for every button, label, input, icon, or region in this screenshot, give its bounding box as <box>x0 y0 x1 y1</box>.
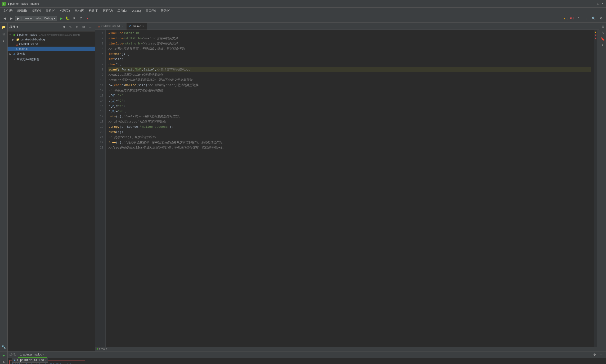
code-content[interactable]: #include <stdio.h> #include <stdlib.h>//… <box>106 30 594 347</box>
code-line-22: free(p);//我们申请的空间，使用完之后必须要释放申请的空间。否则初试会扣… <box>109 140 591 145</box>
tree-settings-button[interactable]: ⚙ <box>81 24 86 30</box>
panel-minimize-btn[interactable]: ─ <box>598 352 604 358</box>
run-output-tab-close[interactable]: ✕ <box>45 359 46 362</box>
run-config-selector[interactable]: ▶ 1_pointer_malloc | Debug ▾ <box>15 16 57 21</box>
title-text: 1-pointer-malloc - main.c <box>8 2 39 5</box>
bookmark-icon[interactable]: ★ <box>0 38 7 44</box>
menu-tools[interactable]: 工具(L) <box>115 8 129 14</box>
bottom-left-icon[interactable]: 🔧 <box>0 344 7 350</box>
right-icon-3[interactable]: 🔖 <box>600 36 606 42</box>
run-button[interactable]: ▶ <box>58 16 64 21</box>
stop-button[interactable]: ■ <box>85 16 90 21</box>
run-icon-small: ▶ <box>14 358 16 362</box>
search-everywhere-button[interactable]: 🔍 <box>591 16 596 21</box>
menu-navigate[interactable]: 导航(N) <box>43 8 58 14</box>
panel-content: 运行: 1_pointer_malloc ✕ ⚙ ─ ▶ 1_pointer_m… <box>8 351 606 364</box>
toolbar: ◀ ▶ ▶ 1_pointer_malloc | Debug ▾ ▶ 🐛 ⚑ ⏱… <box>0 14 606 23</box>
title-bar-left: C 1-pointer-malloc - main.c <box>2 2 39 6</box>
right-sidebar-icons: ⊞ ✎ 🔖 ★ <box>599 23 606 351</box>
cmake-tab-label: CMakeLists.txt <box>101 25 120 28</box>
tree-item-cmake-build[interactable]: ▶ 📁 cmake-build-debug <box>8 37 95 42</box>
toolbar-left: ◀ ▶ ▶ 1_pointer_malloc | Debug ▾ ▶ 🐛 ⚑ ⏱… <box>2 16 90 21</box>
code-editor[interactable]: 12345 678910 1112131415 1617181920 21222… <box>95 30 597 347</box>
warning-indicator[interactable]: ▲ 1 <box>563 17 568 20</box>
scratch-label: 草稿文件和控制台 <box>17 57 39 62</box>
right-gutter: ▲ ✖ ✖ <box>594 30 597 347</box>
expand-button[interactable]: ⌃ <box>576 16 581 21</box>
project-label: 项目 <box>10 25 15 29</box>
menu-view[interactable]: 视图(V) <box>29 8 43 14</box>
error-indicator[interactable]: ✖ 2 <box>570 17 574 20</box>
function-hint-label: f main <box>99 348 107 351</box>
tree-item-external[interactable]: ▶ ⊕ 外部库 <box>8 51 95 57</box>
cmake-tab-icon: △ <box>98 25 100 28</box>
right-icon-4[interactable]: ★ <box>600 42 606 48</box>
window-controls: ─ □ ✕ <box>592 2 604 5</box>
settings-button[interactable]: ⚙ <box>598 16 604 21</box>
code-line-17: puts(p);//gets和puts接口里所放的是指针类型。 <box>109 114 591 119</box>
menu-window[interactable]: 窗口(W) <box>143 8 158 14</box>
app-icon: C <box>2 2 6 6</box>
debug-button[interactable]: 🐛 <box>65 16 70 21</box>
cmake-tab-close[interactable]: ✕ <box>122 25 123 27</box>
menu-edit[interactable]: 编辑(E) <box>15 8 29 14</box>
maximize-button[interactable]: □ <box>596 2 600 5</box>
right-icon-2[interactable]: ✎ <box>600 30 606 36</box>
tree-close-button[interactable]: ─ <box>87 24 93 30</box>
panel-up-icon[interactable]: ▲ <box>1 359 7 364</box>
line-numbers: 12345 678910 1112131415 1617181920 21222… <box>95 30 106 347</box>
toolbar-right: ▲ 1 ✖ 2 ⌃ ⌄ 🔍 ⚙ <box>563 16 604 21</box>
panel-settings-btn[interactable]: ⚙ <box>592 352 597 358</box>
title-bar: C 1-pointer-malloc - main.c ─ □ ✕ <box>0 0 606 8</box>
gutter-error-1: ✖ <box>595 34 596 36</box>
minimize-button[interactable]: ─ <box>592 2 596 5</box>
back-button[interactable]: ◀ <box>2 16 8 21</box>
run-output-container: ▶ 1_pointer_malloc ✕ E:\ClionProjects\co… <box>8 358 606 364</box>
c-tab-close[interactable]: ✕ <box>142 25 144 27</box>
cmake-build-arrow: ▶ <box>12 38 15 41</box>
run-tab-close[interactable]: ✕ <box>43 353 44 356</box>
close-button[interactable]: ✕ <box>601 2 604 5</box>
tree-add-button[interactable]: ⊕ <box>61 24 67 30</box>
tree-item-main-c[interactable]: C main.c <box>8 47 95 51</box>
tree-item-scratch[interactable]: ✎ 草稿文件和控制台 <box>8 57 95 62</box>
right-icon-1[interactable]: ⊞ <box>600 24 606 29</box>
editor-scrollbar[interactable] <box>597 30 599 347</box>
code-line-20: puts(p); <box>109 130 591 135</box>
forward-button[interactable]: ▶ <box>9 16 14 21</box>
menu-help[interactable]: 帮助(H) <box>158 8 173 14</box>
menu-code[interactable]: 代码(C) <box>58 8 72 14</box>
panel-run-icon[interactable]: ▶ <box>1 352 7 358</box>
code-line-5: int main() { <box>109 52 591 57</box>
menu-refactor[interactable]: 重构(R) <box>72 8 87 14</box>
root-path: E:\ClionProjects\code\6\6.5\1-pointe <box>39 33 81 36</box>
menu-build[interactable]: 构建(B) <box>86 8 101 14</box>
main-layout: 📁 ⊞ ★ 🔧 项目 ▾ ⊕ ⇅ ⊟ ⚙ ─ ▾ ◼ 1-pointer-mal… <box>0 23 606 351</box>
project-icon[interactable]: 📁 <box>0 24 7 30</box>
tab-main-c[interactable]: C main.c ✕ <box>126 23 147 30</box>
profile-button[interactable]: ⏱ <box>78 16 84 21</box>
code-line-21: // 使用free()，释放申请的空间 <box>109 135 591 140</box>
tab-cmakelists[interactable]: △ CMakeLists.txt ✕ <box>95 23 126 30</box>
menu-vcs[interactable]: VCS(S) <box>129 8 143 13</box>
tree-arrow-root: ▾ <box>10 34 12 36</box>
menu-run[interactable]: 运行(U) <box>101 8 115 14</box>
structure-icon[interactable]: ⊞ <box>0 31 7 37</box>
error-count: 2 <box>572 17 574 20</box>
menu-file[interactable]: 文件(F) <box>1 8 15 14</box>
run-tab-active[interactable]: 1_pointer_malloc ✕ <box>18 352 47 358</box>
tree-root[interactable]: ▾ ◼ 1-pointer-malloc E:\ClionProjects\co… <box>8 32 95 37</box>
tree-expand-button[interactable]: ⇅ <box>68 24 73 30</box>
run-output-panel: ▶ 1_pointer_malloc ✕ E:\ClionProjects\co… <box>10 360 85 364</box>
bottom-panel: ▶ ▲ ▼ ⚙ 📌 ⊞ 🗑 运行: 1_pointer_malloc ✕ ⚙ ─ <box>0 351 606 364</box>
root-icon: ◼ <box>13 33 16 36</box>
cmake-build-label: cmake-build-debug <box>21 38 45 41</box>
code-line-23: //free必须使用malloc申请时返回的指针值，不能进行指针偏移，也就是不能… <box>109 145 591 150</box>
file-tree-header: 项目 ▾ ⊕ ⇅ ⊟ ⚙ ─ <box>8 23 95 31</box>
tree-item-cmakelists[interactable]: △ CMakeLists.txt <box>8 42 95 47</box>
coverage-button[interactable]: ⚑ <box>71 16 77 21</box>
collapse-button[interactable]: ⌄ <box>583 16 589 21</box>
warning-icon: ▲ <box>563 17 566 20</box>
tree-collapse-button[interactable]: ⊟ <box>74 24 80 30</box>
header-dropdown-icon[interactable]: ▾ <box>17 25 18 29</box>
